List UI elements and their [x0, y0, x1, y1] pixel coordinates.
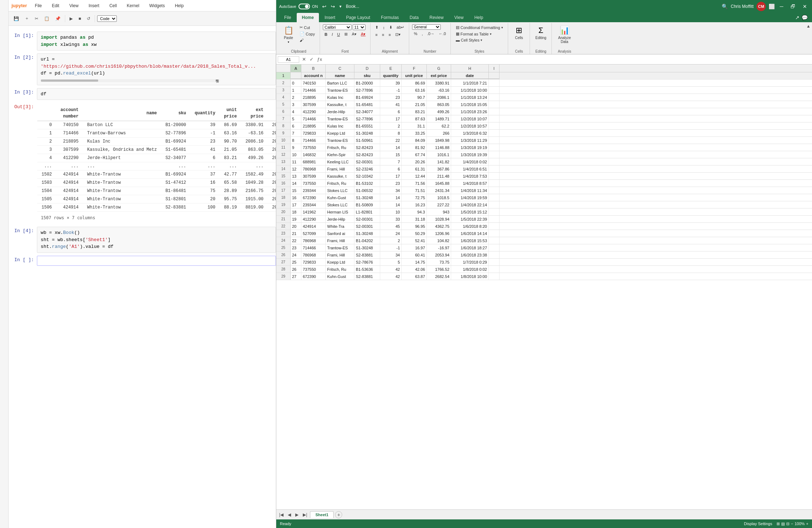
data-cell[interactable]: 14 — [291, 180, 301, 187]
row-number[interactable]: 21 — [276, 216, 291, 222]
data-cell[interactable]: 1/8/2018 10:00 — [451, 273, 489, 280]
data-cell[interactable]: 3380.91 — [427, 80, 451, 86]
data-cell[interactable]: 239344 — [301, 201, 326, 208]
data-cell[interactable]: 42 — [380, 273, 402, 280]
data-cell[interactable]: -63.16 — [427, 87, 451, 93]
data-cell[interactable]: Stokes LLC — [326, 201, 354, 208]
data-cell[interactable]: 499.26 — [427, 108, 451, 115]
cells-btn[interactable]: ⊞ Cells — [511, 24, 527, 41]
row-number[interactable]: 5 — [276, 101, 291, 108]
data-cell[interactable]: Kiehn-Spir — [326, 151, 354, 158]
paste-btn[interactable]: 📌 — [53, 15, 63, 22]
data-cell[interactable]: 23 — [380, 94, 402, 101]
data-cell[interactable]: S1-06532 — [354, 187, 380, 194]
fill-color-btn[interactable]: A▾ — [350, 31, 358, 37]
view-layout-icon[interactable]: ▤ — [781, 522, 785, 526]
name-box[interactable] — [278, 56, 299, 63]
data-cell[interactable]: 23 — [291, 244, 301, 251]
data-cell[interactable] — [489, 223, 500, 230]
data-cell[interactable]: 740150 — [301, 80, 326, 86]
data-cell[interactable]: 41 — [380, 101, 402, 108]
data-cell[interactable]: Fritsch, Ru — [326, 266, 354, 273]
data-cell[interactable]: 22 — [380, 137, 402, 144]
zoom-out-btn[interactable]: − — [791, 522, 793, 526]
number-format-select[interactable]: General — [412, 24, 441, 30]
data-cell[interactable]: 16.97 — [402, 244, 427, 251]
header-cell[interactable]: sku — [354, 72, 380, 79]
bold-btn[interactable]: B — [323, 32, 329, 37]
data-cell[interactable]: 10 — [380, 208, 402, 215]
data-cell[interactable]: 1/3/2018 19:19 — [451, 144, 489, 151]
row-number[interactable]: 2 — [276, 80, 291, 86]
data-cell[interactable]: Trantow-ES — [326, 244, 354, 251]
data-cell[interactable]: 63.87 — [402, 273, 427, 280]
data-cell[interactable]: 8 — [291, 137, 301, 144]
row-number[interactable]: 19 — [276, 201, 291, 208]
col-header-I[interactable]: I — [489, 64, 500, 72]
data-cell[interactable] — [489, 244, 500, 251]
data-cell[interactable] — [489, 208, 500, 215]
data-cell[interactable]: 146832 — [301, 151, 326, 158]
stop-btn[interactable]: ■ — [76, 15, 83, 22]
row-number[interactable]: 16 — [276, 180, 291, 187]
data-cell[interactable]: 27 — [291, 273, 301, 280]
data-cell[interactable]: 1/2/2018 10:57 — [451, 123, 489, 129]
data-cell[interactable]: 4 — [291, 108, 301, 115]
data-cell[interactable]: 714466 — [301, 115, 326, 122]
data-cell[interactable]: 1/1/2018 23:26 — [451, 108, 489, 115]
restore-btn[interactable]: 🗗 — [788, 4, 798, 9]
data-cell[interactable]: 11 — [291, 158, 301, 165]
data-cell[interactable]: 218895 — [301, 123, 326, 129]
data-cell[interactable]: Kassulke, t — [326, 173, 354, 179]
data-cell[interactable]: 307599 — [301, 173, 326, 179]
view-normal-icon[interactable]: ⊞ — [777, 522, 780, 526]
row-number[interactable]: 10 — [276, 137, 291, 144]
data-cell[interactable]: 83.21 — [402, 108, 427, 115]
data-cell[interactable]: Kulas Inc — [326, 94, 354, 101]
align-bottom-btn[interactable]: ⬇ — [387, 24, 394, 30]
data-cell[interactable]: S2-83881 — [354, 251, 380, 258]
data-cell[interactable]: 15 — [291, 187, 301, 194]
confirm-formula-btn[interactable]: ✓ — [308, 57, 315, 62]
data-cell[interactable]: 19 — [291, 216, 301, 222]
data-cell[interactable]: S2-10342 — [354, 173, 380, 179]
row-number[interactable]: 6 — [276, 108, 291, 115]
data-cell[interactable]: 94.3 — [402, 208, 427, 215]
data-cell[interactable]: 5 — [291, 115, 301, 122]
autosave-toggle[interactable] — [298, 4, 310, 9]
data-cell[interactable]: Koepp Ltd — [326, 130, 354, 136]
row-number[interactable]: 24 — [276, 237, 291, 244]
user-avatar[interactable]: CM — [756, 2, 766, 11]
header-cell[interactable] — [489, 72, 500, 79]
data-cell[interactable]: 61.31 — [402, 165, 427, 172]
ribbon-display-icon[interactable]: ⬜ — [769, 4, 775, 9]
data-cell[interactable]: Kuhn-Gust — [326, 273, 354, 280]
data-cell[interactable]: 1/1/2018 15:05 — [451, 101, 489, 108]
data-cell[interactable]: 1489.71 — [427, 115, 451, 122]
data-cell[interactable]: 863.05 — [427, 101, 451, 108]
data-cell[interactable] — [489, 201, 500, 208]
data-cell[interactable]: 15 — [380, 151, 402, 158]
data-cell[interactable]: 14 — [380, 194, 402, 201]
format-as-table-btn[interactable]: ▦ Format as Table ▾ — [454, 31, 505, 37]
row-number[interactable]: 26 — [276, 251, 291, 258]
data-cell[interactable]: 2 — [291, 94, 301, 101]
data-cell[interactable]: 23 — [380, 180, 402, 187]
cancel-formula-btn[interactable]: ✕ — [301, 57, 307, 62]
data-cell[interactable]: S2-00301 — [354, 216, 380, 222]
header-cell[interactable]: quantity — [380, 72, 402, 79]
data-cell[interactable]: 21 — [291, 230, 301, 237]
zoom-in-btn[interactable]: + — [806, 522, 808, 526]
data-cell[interactable]: Frami, Hill — [326, 251, 354, 258]
data-cell[interactable]: 672390 — [301, 194, 326, 201]
copy-ribbon-btn[interactable]: 📄 Copy — [298, 31, 317, 37]
data-cell[interactable]: 14 — [380, 201, 402, 208]
data-cell[interactable]: 18 — [291, 208, 301, 215]
row-number[interactable]: 28 — [276, 266, 291, 273]
minimize-btn[interactable]: ─ — [778, 4, 785, 9]
menu-edit[interactable]: Edit — [50, 2, 62, 10]
data-cell[interactable]: 2431.34 — [427, 187, 451, 194]
data-cell[interactable]: Kassulke, t — [326, 101, 354, 108]
row-number[interactable]: 25 — [276, 244, 291, 251]
header-cell[interactable] — [291, 72, 301, 79]
